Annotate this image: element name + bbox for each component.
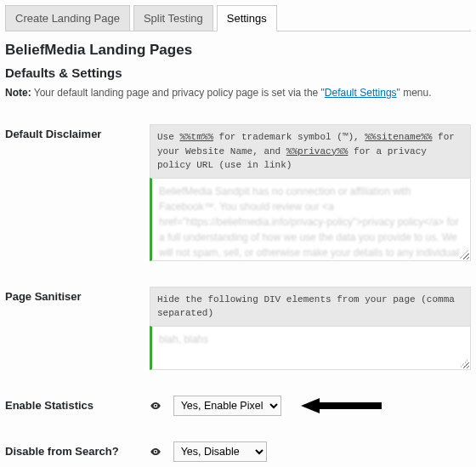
disclaimer-content: BeliefMedia Sandpit has no connection or… — [159, 184, 463, 261]
enable-statistics-select[interactable]: Yes, Enable Pixel — [173, 396, 281, 416]
disclaimer-textarea[interactable]: BeliefMedia Sandpit has no connection or… — [150, 178, 471, 261]
tab-settings[interactable]: Settings — [217, 5, 277, 31]
note-text: Note: Your default landing page and priv… — [5, 87, 471, 99]
disable-from-search-select[interactable]: Yes, Disable — [173, 441, 267, 462]
eye-icon — [150, 400, 162, 412]
default-settings-link[interactable]: Default Settings — [325, 87, 397, 99]
disclaimer-hint: Use %%tm%% for trademark symbol (™), %%s… — [150, 124, 471, 178]
settings-form: Default Disclaimer Use %%tm%% for tradem… — [5, 116, 471, 467]
svg-marker-0 — [301, 398, 382, 413]
sanitiser-content: blah, blahs — [159, 332, 463, 347]
tab-split-testing[interactable]: Split Testing — [133, 5, 213, 31]
note-label: Note: — [5, 87, 31, 99]
page-title: BeliefMedia Landing Pages — [5, 42, 471, 59]
tabs-bar: Create Landing Page Split Testing Settin… — [5, 5, 471, 31]
sanitiser-hint: Hide the following DIV elements from you… — [150, 287, 471, 326]
page-subtitle: Defaults & Settings — [5, 65, 471, 80]
label-disable-from-search: Disable from Search? — [5, 433, 150, 468]
sanitiser-textarea[interactable]: blah, blahs — [150, 326, 471, 370]
pointer-arrow-icon — [301, 398, 382, 413]
label-default-disclaimer: Default Disclaimer — [5, 116, 150, 278]
eye-icon — [150, 446, 162, 458]
label-enable-statistics: Enable Statistics — [5, 387, 150, 433]
tab-create-landing-page[interactable]: Create Landing Page — [5, 5, 130, 31]
label-page-sanitiser: Page Sanitiser — [5, 278, 150, 387]
